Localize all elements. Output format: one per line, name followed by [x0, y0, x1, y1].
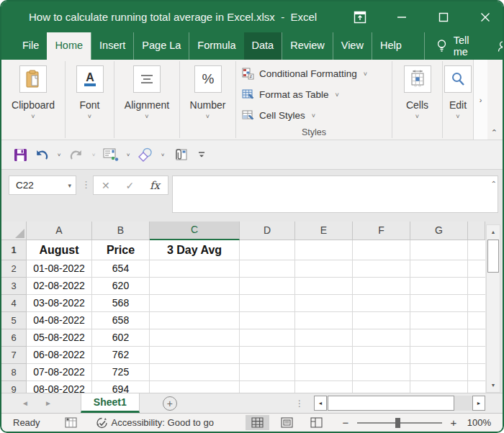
cell-A1[interactable]: August — [27, 240, 92, 260]
tab-file[interactable]: File — [14, 32, 47, 60]
macro-record-icon[interactable] — [65, 417, 77, 428]
cell-F7[interactable] — [353, 347, 410, 364]
horizontal-scrollbar-thumb[interactable] — [328, 396, 454, 411]
minimize-icon[interactable] — [392, 7, 412, 27]
tab-formula[interactable]: Formula — [189, 32, 243, 60]
zoom-slider[interactable] — [357, 417, 442, 429]
zoom-in-icon[interactable]: + — [449, 416, 458, 429]
sheet-tab-sheet1[interactable]: Sheet1 — [81, 393, 140, 413]
scroll-right-icon[interactable]: ► — [472, 396, 485, 411]
cell-B7[interactable]: 762 — [92, 347, 150, 364]
collapse-ribbon-icon[interactable]: ⌃ — [491, 128, 498, 137]
name-box[interactable]: C22 ▾ — [9, 176, 76, 195]
cell-A8[interactable]: 07-08-2022 — [27, 364, 92, 381]
cell-G9[interactable] — [410, 381, 468, 393]
cell-B2[interactable]: 654 — [92, 260, 150, 278]
horizontal-scrollbar-track[interactable] — [454, 396, 472, 411]
cell-B8[interactable]: 725 — [92, 364, 150, 381]
cell-D9[interactable] — [240, 381, 295, 393]
cell-G7[interactable] — [410, 347, 468, 364]
cell-G3[interactable] — [410, 278, 468, 295]
cell-E5[interactable] — [295, 312, 353, 329]
row-header-3[interactable]: 3 — [1, 278, 27, 295]
column-header-b[interactable]: B — [92, 222, 150, 240]
vertical-scrollbar-track[interactable] — [487, 273, 500, 378]
format-as-table-button[interactable]: Format as Table ˅ — [242, 84, 392, 105]
horizontal-scrollbar[interactable]: ◄ ► — [314, 396, 485, 411]
scroll-down-icon[interactable]: ▼ — [487, 378, 500, 392]
cell-G2[interactable] — [410, 260, 468, 278]
cell-E9[interactable] — [295, 381, 353, 393]
tab-insert[interactable]: Insert — [91, 32, 133, 60]
cell-A2[interactable]: 01-08-2022 — [27, 260, 92, 278]
undo-dropdown-icon[interactable]: ˅ — [55, 152, 63, 158]
sheet-nav-right-icon[interactable]: ► — [45, 399, 52, 407]
sheetbar-resize-dots-icon[interactable]: ⋮ — [295, 398, 304, 409]
row-header-1[interactable]: 1 — [1, 240, 27, 260]
cell-D2[interactable] — [240, 260, 295, 278]
tab-page-la[interactable]: Page La — [133, 32, 189, 60]
cell-D6[interactable] — [240, 329, 295, 347]
cell-E3[interactable] — [295, 278, 353, 295]
redo-dropdown-icon[interactable]: ˅ — [89, 152, 98, 158]
cell-F8[interactable] — [353, 364, 410, 381]
select-all-button[interactable] — [1, 222, 27, 240]
conditional-formatting-button[interactable]: ≠ Conditional Formatting ˅ — [242, 63, 392, 84]
column-header-c[interactable]: C — [150, 222, 240, 240]
collapse-formula-bar-icon[interactable]: ⌃ — [491, 180, 497, 188]
row-header-4[interactable]: 4 — [1, 295, 27, 312]
row-header-8[interactable]: 8 — [1, 364, 27, 381]
cell-C8[interactable] — [150, 364, 240, 381]
cell-E4[interactable] — [295, 295, 353, 312]
cell-B6[interactable]: 602 — [92, 329, 150, 347]
tab-home[interactable]: Home — [47, 32, 91, 60]
save-icon[interactable] — [12, 145, 29, 164]
contacts-card-icon[interactable] — [102, 145, 120, 164]
column-header-d[interactable]: D — [240, 222, 295, 240]
column-header-e[interactable]: E — [295, 222, 353, 240]
shapes-icon[interactable] — [137, 145, 154, 164]
shapes-dropdown-icon[interactable]: ˅ — [158, 152, 167, 158]
cell-B3[interactable]: 620 — [92, 278, 150, 295]
cell-G1[interactable] — [410, 240, 468, 260]
scroll-left-icon[interactable]: ◄ — [314, 396, 327, 411]
cell-D4[interactable] — [240, 295, 295, 312]
cell-G8[interactable] — [410, 364, 468, 381]
tab-review[interactable]: Review — [282, 32, 333, 60]
cell-C9[interactable] — [150, 381, 240, 393]
attachment-icon[interactable] — [171, 145, 189, 164]
number-group[interactable]: % Number ˅ — [180, 60, 235, 140]
row-header-9[interactable]: 9 — [1, 381, 27, 393]
resize-dots-icon[interactable]: ⋮ — [81, 179, 91, 190]
clipboard-group[interactable]: Clipboard ˅ — [1, 60, 65, 140]
tell-me-group[interactable]: Tell me — [424, 32, 469, 60]
close-icon[interactable] — [475, 7, 495, 27]
cell-A3[interactable]: 02-08-2022 — [27, 278, 92, 295]
cell-A7[interactable]: 06-08-2022 — [27, 347, 92, 364]
cell-A5[interactable]: 04-08-2022 — [27, 312, 92, 329]
column-header-g[interactable]: G — [410, 222, 468, 240]
cell-F2[interactable] — [353, 260, 410, 278]
zoom-slider-thumb[interactable] — [395, 418, 400, 428]
customize-toolbar-icon[interactable] — [193, 145, 210, 164]
cell-A4[interactable]: 03-08-2022 — [27, 295, 92, 312]
cell-G6[interactable] — [410, 329, 468, 347]
cell-A9[interactable]: 08-08-2022 — [27, 381, 92, 393]
font-group[interactable]: A Font ˅ — [66, 60, 114, 140]
insert-function-icon[interactable]: fx — [150, 179, 160, 192]
row-header-2[interactable]: 2 — [1, 260, 27, 278]
cell-A6[interactable]: 05-08-2022 — [27, 329, 92, 347]
tab-view[interactable]: View — [333, 32, 372, 60]
tab-help[interactable]: Help — [372, 32, 410, 60]
new-sheet-icon[interactable]: + — [163, 396, 177, 411]
cell-C4[interactable] — [150, 295, 240, 312]
cell-E6[interactable] — [295, 329, 353, 347]
column-header-f[interactable]: F — [353, 222, 410, 240]
accessibility-status[interactable]: Accessibility: Good to go — [96, 417, 214, 429]
cell-F6[interactable] — [353, 329, 410, 347]
contacts-dropdown-icon[interactable]: ˅ — [124, 152, 132, 158]
row-header-5[interactable]: 5 — [1, 312, 27, 329]
cell-G5[interactable] — [410, 312, 468, 329]
cell-F5[interactable] — [353, 312, 410, 329]
enter-icon[interactable]: ✓ — [125, 180, 134, 191]
